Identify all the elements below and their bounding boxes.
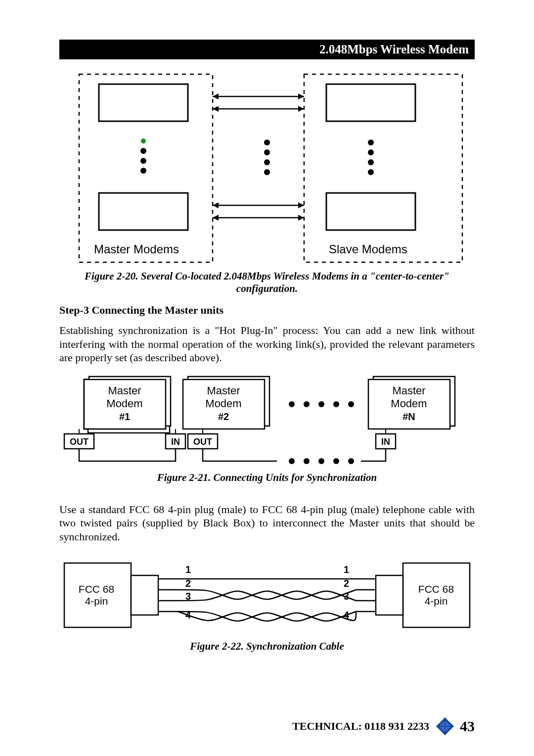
svg-point-69	[348, 458, 354, 464]
footer-technical: TECHNICAL: 0118 931 2233	[292, 720, 429, 733]
svg-text:#1: #1	[119, 411, 130, 422]
svg-text:1: 1	[344, 564, 349, 575]
svg-marker-20	[298, 94, 304, 99]
svg-point-67	[318, 458, 324, 464]
svg-rect-3	[99, 193, 188, 230]
svg-rect-2	[99, 84, 188, 121]
fig20-master-label: Master Modems	[94, 242, 179, 256]
svg-text:Modem: Modem	[106, 397, 142, 410]
header-title: 2.048Mbps Wireless Modem	[319, 43, 469, 56]
svg-text:#N: #N	[402, 411, 415, 422]
svg-point-45	[318, 401, 324, 407]
svg-marker-19	[213, 94, 219, 99]
svg-text:Master: Master	[108, 384, 141, 397]
para2: Use a standard FCC 68 4-pin plug (male) …	[59, 503, 475, 544]
fig21-svg: Master Modem #1 Master Modem #2 Master M…	[59, 375, 475, 469]
page-footer: TECHNICAL: 0118 931 2233 43	[292, 716, 475, 736]
svg-point-12	[264, 159, 270, 165]
svg-marker-28	[213, 215, 219, 221]
svg-text:#2: #2	[218, 411, 229, 422]
svg-text:4-pin: 4-pin	[425, 595, 448, 607]
svg-point-66	[304, 458, 310, 464]
svg-point-43	[289, 401, 295, 407]
svg-rect-71	[131, 575, 158, 615]
figure-2-21: Master Modem #1 Master Modem #2 Master M…	[59, 375, 475, 484]
step3-body: Establishing synchronization is a "Hot P…	[59, 324, 475, 365]
svg-text:Master: Master	[392, 384, 425, 397]
page-number: 43	[460, 718, 475, 735]
svg-point-17	[368, 169, 374, 175]
svg-text:IN: IN	[171, 437, 180, 447]
svg-point-65	[289, 458, 295, 464]
svg-point-14	[368, 140, 374, 145]
svg-text:IN: IN	[381, 437, 390, 447]
diamond-logo-icon	[435, 716, 455, 736]
step3-title: Step-3 Connecting the Master units	[59, 304, 475, 317]
svg-point-10	[264, 140, 270, 145]
fig20-svg: Master Modems Slave Modems	[59, 69, 475, 267]
svg-point-15	[368, 149, 374, 155]
svg-point-44	[304, 401, 310, 407]
fig22-svg: FCC 68 4-pin FCC 68 4-pin 1 2 3 4 1 2	[59, 553, 475, 637]
svg-point-9	[140, 168, 146, 174]
svg-text:Modem: Modem	[391, 397, 427, 410]
svg-point-7	[140, 148, 146, 154]
svg-text:FCC 68: FCC 68	[418, 583, 454, 595]
fig21-caption: Figure 2-21. Connecting Units for Synchr…	[59, 472, 475, 484]
svg-point-13	[264, 169, 270, 175]
svg-text:OUT: OUT	[70, 437, 89, 447]
svg-point-46	[333, 401, 339, 407]
svg-point-8	[140, 158, 146, 164]
svg-rect-5	[326, 193, 415, 230]
figure-2-22: FCC 68 4-pin FCC 68 4-pin 1 2 3 4 1 2	[59, 553, 475, 653]
svg-marker-29	[298, 215, 304, 221]
svg-point-6	[141, 139, 146, 143]
svg-marker-26	[298, 202, 304, 208]
svg-text:1: 1	[185, 564, 191, 575]
svg-rect-75	[376, 575, 403, 615]
svg-marker-25	[213, 202, 219, 208]
svg-text:FCC 68: FCC 68	[79, 583, 114, 595]
svg-text:OUT: OUT	[193, 437, 212, 447]
svg-text:Master: Master	[207, 384, 240, 397]
svg-marker-23	[298, 106, 304, 112]
svg-point-68	[333, 458, 339, 464]
svg-point-11	[264, 149, 270, 155]
svg-text:4-pin: 4-pin	[85, 595, 108, 607]
header-bar: 2.048Mbps Wireless Modem	[59, 40, 475, 59]
svg-text:2: 2	[344, 578, 349, 589]
figure-2-20: Master Modems Slave Modems Figure 2-20. …	[59, 69, 475, 295]
svg-text:2: 2	[185, 578, 191, 589]
svg-marker-22	[213, 106, 219, 112]
svg-text:Modem: Modem	[205, 397, 241, 410]
fig22-caption: Figure 2-22. Synchronization Cable	[59, 640, 475, 653]
svg-point-16	[368, 159, 374, 165]
fig20-caption: Figure 2-20. Several Co-located 2.048Mbp…	[59, 270, 475, 295]
fig20-slave-label: Slave Modems	[329, 242, 407, 256]
svg-rect-4	[326, 84, 415, 121]
svg-point-47	[348, 401, 354, 407]
